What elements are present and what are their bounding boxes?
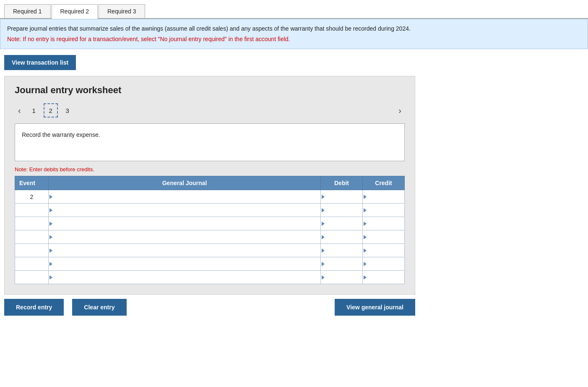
credit-cell-4[interactable] bbox=[363, 244, 405, 257]
credit-input-4[interactable] bbox=[363, 244, 404, 257]
triangle-icon bbox=[322, 208, 325, 212]
nav-next-arrow[interactable]: › bbox=[395, 106, 405, 115]
debit-input-1[interactable] bbox=[321, 204, 362, 217]
worksheet-title: Journal entry worksheet bbox=[15, 85, 405, 96]
table-row bbox=[15, 244, 405, 257]
entry-nav-1[interactable]: 1 bbox=[27, 103, 41, 118]
credit-input-5[interactable] bbox=[363, 257, 404, 270]
triangle-icon bbox=[322, 195, 325, 199]
entry-nav: ‹ 1 2 3 › bbox=[15, 103, 405, 118]
entry-nav-2[interactable]: 2 bbox=[44, 103, 58, 118]
credit-cell-3[interactable] bbox=[363, 230, 405, 244]
event-cell-3 bbox=[15, 230, 49, 244]
journal-cell-0[interactable] bbox=[49, 190, 321, 204]
debit-cell-4[interactable] bbox=[321, 244, 363, 257]
table-row bbox=[15, 230, 405, 244]
debit-input-6[interactable] bbox=[321, 271, 362, 284]
debit-input-3[interactable] bbox=[321, 230, 362, 243]
col-credit: Credit bbox=[363, 176, 405, 190]
table-row bbox=[15, 257, 405, 271]
action-buttons: Record entry Clear entry View general jo… bbox=[4, 299, 415, 316]
tab-bar: Required 1 Required 2 Required 3 bbox=[0, 0, 588, 19]
triangle-icon bbox=[322, 248, 325, 253]
debit-input-5[interactable] bbox=[321, 257, 362, 270]
credit-input-0[interactable] bbox=[363, 190, 404, 203]
journal-cell-4[interactable] bbox=[49, 244, 321, 257]
journal-cell-5[interactable] bbox=[49, 257, 321, 271]
debit-cell-5[interactable] bbox=[321, 257, 363, 271]
note-debits: Note: Enter debits before credits. bbox=[15, 166, 405, 173]
triangle-icon bbox=[49, 222, 52, 226]
triangle-icon bbox=[364, 235, 367, 239]
record-entry-button[interactable]: Record entry bbox=[4, 299, 64, 316]
debit-input-0[interactable] bbox=[321, 190, 362, 203]
event-cell-4 bbox=[15, 244, 49, 257]
journal-cell-1[interactable] bbox=[49, 204, 321, 217]
tab-required-3[interactable]: Required 3 bbox=[99, 4, 145, 18]
debit-input-4[interactable] bbox=[321, 244, 362, 257]
journal-table: Event General Journal Debit Credit 2 bbox=[15, 176, 405, 284]
debit-cell-6[interactable] bbox=[321, 271, 363, 284]
triangle-icon bbox=[364, 275, 367, 280]
event-cell-0: 2 bbox=[15, 190, 49, 204]
col-general-journal: General Journal bbox=[49, 176, 321, 190]
col-debit: Debit bbox=[321, 176, 363, 190]
debit-cell-2[interactable] bbox=[321, 217, 363, 230]
triangle-icon bbox=[49, 195, 52, 199]
credit-cell-1[interactable] bbox=[363, 204, 405, 217]
journal-cell-6[interactable] bbox=[49, 271, 321, 284]
info-note-text: Note: If no entry is required for a tran… bbox=[7, 35, 581, 44]
journal-input-1[interactable] bbox=[49, 204, 320, 217]
tab-required-1[interactable]: Required 1 bbox=[4, 4, 51, 18]
journal-cell-3[interactable] bbox=[49, 230, 321, 244]
table-row: 2 bbox=[15, 190, 405, 204]
journal-input-3[interactable] bbox=[49, 230, 320, 243]
info-box: Prepare journal entries that summarize s… bbox=[0, 19, 588, 49]
debit-cell-1[interactable] bbox=[321, 204, 363, 217]
info-main-text: Prepare journal entries that summarize s… bbox=[7, 25, 411, 32]
credit-cell-2[interactable] bbox=[363, 217, 405, 230]
event-cell-5 bbox=[15, 257, 49, 271]
triangle-icon bbox=[49, 208, 52, 212]
credit-input-2[interactable] bbox=[363, 217, 404, 230]
debit-cell-3[interactable] bbox=[321, 230, 363, 244]
journal-input-6[interactable] bbox=[49, 271, 320, 284]
view-transaction-button[interactable]: View transaction list bbox=[4, 55, 76, 70]
triangle-icon bbox=[322, 222, 325, 226]
credit-input-1[interactable] bbox=[363, 204, 404, 217]
triangle-icon bbox=[322, 262, 325, 266]
triangle-icon bbox=[49, 275, 52, 280]
col-event: Event bbox=[15, 176, 49, 190]
view-general-journal-button[interactable]: View general journal bbox=[335, 299, 415, 316]
credit-input-6[interactable] bbox=[363, 271, 404, 284]
triangle-icon bbox=[322, 275, 325, 280]
credit-cell-5[interactable] bbox=[363, 257, 405, 271]
credit-cell-6[interactable] bbox=[363, 271, 405, 284]
description-box: Record the warranty expense. bbox=[15, 123, 405, 161]
clear-entry-button[interactable]: Clear entry bbox=[72, 299, 126, 316]
debit-cell-0[interactable] bbox=[321, 190, 363, 204]
nav-prev-arrow[interactable]: ‹ bbox=[15, 106, 24, 115]
table-row bbox=[15, 217, 405, 230]
credit-input-3[interactable] bbox=[363, 230, 404, 243]
journal-worksheet: Journal entry worksheet ‹ 1 2 3 › Record… bbox=[4, 76, 415, 295]
journal-input-5[interactable] bbox=[49, 257, 320, 270]
triangle-icon bbox=[364, 262, 367, 266]
triangle-icon bbox=[364, 222, 367, 226]
event-cell-1 bbox=[15, 204, 49, 217]
triangle-icon bbox=[364, 208, 367, 212]
journal-input-0[interactable] bbox=[49, 190, 320, 203]
tab-required-2[interactable]: Required 2 bbox=[52, 4, 98, 19]
description-text: Record the warranty expense. bbox=[22, 131, 100, 138]
table-row bbox=[15, 204, 405, 217]
journal-cell-2[interactable] bbox=[49, 217, 321, 230]
journal-input-2[interactable] bbox=[49, 217, 320, 230]
debit-input-2[interactable] bbox=[321, 217, 362, 230]
event-cell-2 bbox=[15, 217, 49, 230]
credit-cell-0[interactable] bbox=[363, 190, 405, 204]
journal-input-4[interactable] bbox=[49, 244, 320, 257]
triangle-icon bbox=[322, 235, 325, 239]
entry-nav-3[interactable]: 3 bbox=[60, 103, 75, 118]
triangle-icon bbox=[364, 248, 367, 253]
triangle-icon bbox=[49, 235, 52, 239]
